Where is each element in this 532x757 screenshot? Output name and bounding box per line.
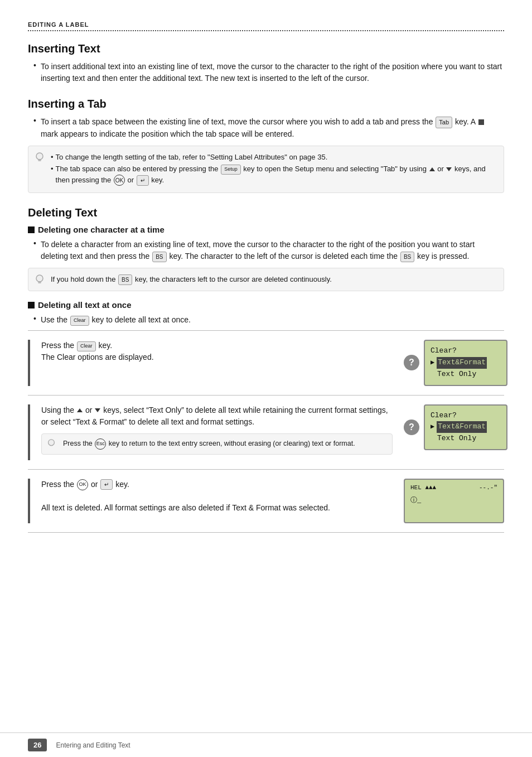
step-3-text: Press the OK or ↵ key. All text is delet… bbox=[41, 479, 393, 514]
tab-key: Tab bbox=[436, 117, 452, 128]
delete-char-bullet: • To delete a character from an existing… bbox=[28, 239, 504, 262]
deleting-text-section: Deleting Text Deleting one character at … bbox=[28, 206, 504, 532]
step-2-text: Using the or keys, select “Text Only” to… bbox=[41, 404, 393, 460]
delete-all-bullet: • Use the Clear key to delete all text a… bbox=[28, 314, 504, 326]
step-left-bar-3 bbox=[28, 479, 30, 523]
clear-key-step1: Clear bbox=[77, 341, 96, 351]
footer: 26 Entering and Editing Text bbox=[0, 732, 532, 757]
inserting-tab-section: Inserting a Tab • To insert a tab space … bbox=[28, 98, 504, 193]
tip-line-1: • To change the length setting of the ta… bbox=[51, 152, 496, 163]
lcd-wrapper-1: ? Clear? ▶ Text&Format Text Only bbox=[404, 340, 504, 385]
lcd-top-bar: HEL ▲▲▲ --.-" bbox=[410, 484, 497, 491]
dotted-divider bbox=[28, 30, 504, 31]
step-left-bar-2 bbox=[28, 404, 30, 460]
lcd-screen-1: Clear? ▶ Text&Format Text Only bbox=[424, 340, 507, 385]
delete-char-tip: If you hold down the BS key, the charact… bbox=[28, 268, 504, 291]
lcd-highlighted-1: Text&Format bbox=[437, 357, 487, 369]
step-1-row: Press the Clear key. The Clear options a… bbox=[28, 330, 504, 394]
bullet-dot: • bbox=[33, 61, 36, 84]
triangle-up-icon-2 bbox=[77, 408, 83, 412]
inserting-text-bullet: • To insert additional text into an exis… bbox=[28, 61, 504, 84]
bs-key-3: BS bbox=[118, 274, 132, 285]
svg-point-1 bbox=[36, 275, 43, 282]
tip-lightbulb-icon-2 bbox=[34, 274, 45, 285]
inserting-text-heading: Inserting Text bbox=[28, 42, 504, 55]
inserting-tab-bullet: • To insert a tab space between the exis… bbox=[28, 116, 504, 140]
triangle-down-icon-2 bbox=[95, 408, 100, 412]
tip-icon-sm bbox=[46, 438, 56, 452]
step-2-image: ? Clear? ▶ Text&Format Text Only bbox=[404, 404, 504, 450]
delete-all-content: Use the Clear key to delete all text at … bbox=[41, 314, 191, 326]
lcd-line-2-2: ▶ Text&Format bbox=[431, 421, 501, 433]
step-1-text: Press the Clear key. The Clear options a… bbox=[41, 340, 393, 363]
delete-all-heading: Deleting all text at once bbox=[28, 300, 504, 310]
inserting-text-content: To insert additional text into an existi… bbox=[41, 61, 504, 84]
lcd-line-1-3: Text Only bbox=[431, 369, 501, 380]
step-2-inner-tip: Press the Esc key to return to the text … bbox=[41, 433, 393, 455]
bullet-dot4: • bbox=[33, 314, 36, 326]
black-square-icon bbox=[28, 226, 35, 233]
tip-lightbulb-icon bbox=[34, 152, 45, 163]
return-key-inline: ↵ bbox=[137, 175, 149, 186]
lcd-line-1-1: Clear? bbox=[431, 345, 501, 357]
bs-key-1: BS bbox=[152, 252, 166, 262]
question-icon-1: ? bbox=[404, 355, 419, 370]
page-number: 26 bbox=[28, 739, 47, 751]
section-title: EDITING A LABEL bbox=[28, 21, 504, 28]
black-square-icon-2 bbox=[28, 302, 35, 308]
question-icon-2: ? bbox=[404, 420, 419, 435]
svg-point-2 bbox=[49, 439, 55, 445]
ok-key-step3: OK bbox=[77, 479, 88, 490]
setup-key: Setup bbox=[221, 165, 241, 175]
deleting-text-heading: Deleting Text bbox=[28, 206, 504, 219]
tip-line-2: • The tab space can also be entered by p… bbox=[51, 163, 496, 186]
step-left-bar-1 bbox=[28, 340, 30, 385]
delete-char-heading: Deleting one character at a time bbox=[28, 225, 504, 234]
triangle-down-icon bbox=[446, 167, 452, 171]
tab-mark-icon bbox=[478, 119, 484, 125]
step-2-row: Using the or keys, select “Text Only” to… bbox=[28, 395, 504, 469]
delete-char-content: To delete a character from an existing l… bbox=[41, 239, 504, 262]
lcd-line-2-3: Text Only bbox=[431, 433, 501, 445]
inserting-text-section: Inserting Text • To insert additional te… bbox=[28, 42, 504, 84]
lcd-bottom-line: ⓘ_ bbox=[410, 495, 497, 505]
lcd-line-2-1: Clear? bbox=[431, 410, 501, 422]
step-3-row: Press the OK or ↵ key. All text is delet… bbox=[28, 469, 504, 533]
bs-key-2: BS bbox=[400, 252, 414, 262]
svg-point-0 bbox=[36, 153, 43, 160]
ok-key-inline: OK bbox=[114, 175, 125, 186]
clear-key-1: Clear bbox=[70, 316, 89, 326]
return-key-step3: ↵ bbox=[100, 479, 113, 490]
triangle-up-icon bbox=[429, 167, 435, 171]
footer-text: Entering and Editing Text bbox=[56, 741, 130, 749]
lcd-screen-3: HEL ▲▲▲ --.-" ⓘ_ bbox=[404, 479, 504, 523]
lcd-highlighted-2: Text&Format bbox=[437, 421, 487, 433]
tab-tip-box: • To change the length setting of the ta… bbox=[28, 146, 504, 194]
bullet-dot3: • bbox=[33, 239, 36, 262]
step-1-image: ? Clear? ▶ Text&Format Text Only bbox=[404, 340, 504, 385]
inserting-tab-content: To insert a tab space between the existi… bbox=[41, 116, 504, 140]
lcd-screen-2: Clear? ▶ Text&Format Text Only bbox=[424, 404, 507, 450]
lcd-wrapper-2: ? Clear? ▶ Text&Format Text Only bbox=[404, 404, 504, 450]
bullet-dot2: • bbox=[33, 116, 36, 140]
lcd-line-1-2: ▶ Text&Format bbox=[431, 357, 501, 369]
step-3-image: HEL ▲▲▲ --.-" ⓘ_ bbox=[404, 479, 504, 523]
inserting-tab-heading: Inserting a Tab bbox=[28, 98, 504, 110]
esc-key: Esc bbox=[95, 438, 106, 450]
